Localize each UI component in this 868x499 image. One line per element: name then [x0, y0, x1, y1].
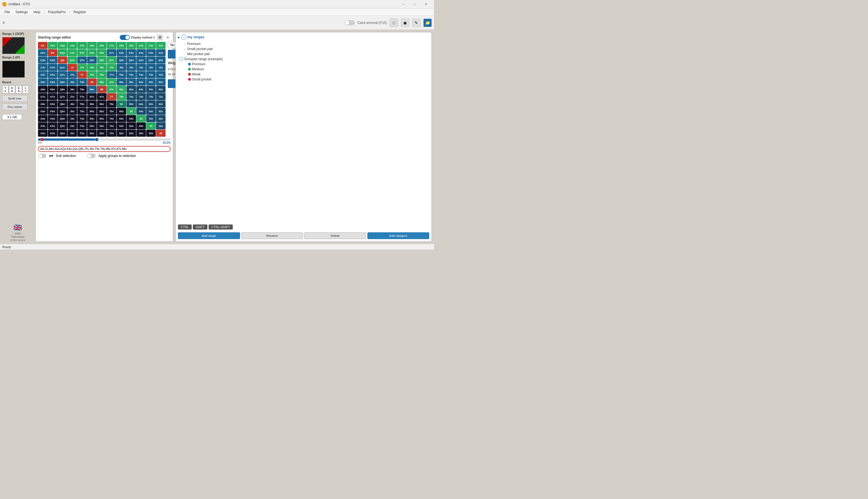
grid-cell[interactable]: 84s: [136, 86, 146, 93]
grid-cell[interactable]: Q8o: [58, 86, 67, 93]
close-button[interactable]: ✕: [420, 0, 432, 9]
grid-cell[interactable]: T6s: [117, 71, 126, 78]
ctrl-tag-shift[interactable]: SHIFT: [193, 224, 207, 230]
grid-cell[interactable]: Q9o: [58, 78, 67, 86]
grid-cell[interactable]: A2s: [156, 42, 166, 49]
grid-cell[interactable]: Q2o: [58, 130, 67, 137]
grid-cell[interactable]: 33: [146, 122, 156, 130]
grid-cell[interactable]: 95s: [126, 78, 136, 86]
grid-cell[interactable]: T7s: [107, 71, 116, 78]
grid-cell[interactable]: K4s: [136, 49, 146, 56]
grid-cell[interactable]: 76o: [107, 100, 116, 108]
tree-item-small-pocket[interactable]: ─ Small pocket pair: [178, 46, 429, 51]
grid-cell[interactable]: Q5s: [126, 57, 136, 63]
grid-cell[interactable]: A3s: [146, 42, 156, 49]
grid-cell[interactable]: 99: [87, 78, 97, 86]
grid-cell[interactable]: Q3s: [146, 57, 156, 63]
grid-cell[interactable]: K7o: [48, 93, 57, 100]
delete-button[interactable]: Delete: [304, 232, 366, 239]
grid-cell[interactable]: 54o: [126, 115, 136, 122]
grid-cell[interactable]: 94s: [136, 78, 146, 86]
grid-cell[interactable]: K9s: [87, 49, 97, 56]
menu-file[interactable]: File: [2, 10, 12, 15]
grid-cell[interactable]: K9o: [48, 78, 57, 86]
grid-cell[interactable]: ATs: [77, 42, 87, 49]
grid-cell[interactable]: T4s: [136, 71, 146, 78]
grid-cell[interactable]: J6s: [117, 64, 126, 71]
expand-arrow[interactable]: ▶: [178, 36, 180, 39]
grid-cell[interactable]: J2o: [67, 130, 77, 137]
grid-cell[interactable]: 98s: [97, 78, 106, 86]
grid-cell[interactable]: 97o: [87, 93, 97, 100]
grid-cell[interactable]: 72s: [156, 93, 166, 100]
grid-cell[interactable]: KK: [48, 49, 57, 56]
slider-track[interactable]: [38, 138, 171, 141]
add-range-button[interactable]: Add range: [178, 232, 240, 239]
grid-cell[interactable]: QTs: [77, 57, 87, 63]
grid-cell[interactable]: AA: [38, 42, 48, 49]
grid-cell[interactable]: JJ: [67, 64, 77, 71]
grid-cell[interactable]: J8s: [97, 64, 106, 71]
grid-cell[interactable]: Q6s: [117, 57, 126, 63]
grid-cell[interactable]: K3o: [48, 122, 57, 130]
grid-cell[interactable]: Q6o: [58, 100, 67, 108]
grid-cell[interactable]: 75s: [126, 93, 136, 100]
grid-cell[interactable]: J4o: [67, 115, 77, 122]
grid-cell[interactable]: T8s: [97, 71, 106, 78]
minimize-button[interactable]: ─: [398, 0, 409, 9]
grid-cell[interactable]: J7s: [107, 64, 116, 71]
grid-cell[interactable]: 96o: [87, 100, 97, 108]
grid-cell[interactable]: A6s: [117, 42, 126, 49]
display-method-toggle[interactable]: Display method 1: [120, 35, 155, 40]
grid-cell[interactable]: J3o: [67, 122, 77, 130]
grid-cell[interactable]: Q7o: [58, 93, 67, 100]
grid-cell[interactable]: Q4o: [58, 115, 67, 122]
grid-cell[interactable]: 85o: [97, 108, 106, 115]
grid-cell[interactable]: QJo: [58, 64, 67, 71]
grid-cell[interactable]: 97s: [107, 78, 116, 86]
grid-cell[interactable]: 65o: [117, 108, 126, 115]
grid-cell[interactable]: A8o: [38, 86, 48, 93]
grid-cell[interactable]: 82s: [156, 86, 166, 93]
grid-cell[interactable]: AKo: [38, 49, 48, 56]
tree-item-mid-pocket[interactable]: ─ Mid pocket pair: [178, 51, 429, 57]
grid-cell[interactable]: 44: [136, 115, 146, 122]
grid-cell[interactable]: 32o: [146, 130, 156, 137]
grid-cell[interactable]: J7o: [67, 93, 77, 100]
grid-cell[interactable]: 82o: [97, 130, 106, 137]
grid-cell[interactable]: 95o: [87, 108, 97, 115]
grid-cell[interactable]: 62o: [117, 130, 126, 137]
grid-cell[interactable]: 74o: [107, 115, 116, 122]
tree-item-premium[interactable]: ─ Premium: [178, 41, 429, 46]
grid-cell[interactable]: 83o: [97, 122, 106, 130]
add-category-button[interactable]: Add category: [367, 232, 429, 239]
grid-cell[interactable]: J5s: [126, 64, 136, 71]
grid-cell[interactable]: 96s: [117, 78, 126, 86]
grid-cell[interactable]: A2o: [38, 130, 48, 137]
grid-cell[interactable]: 64o: [117, 115, 126, 122]
card-removal-toggle[interactable]: [344, 20, 355, 25]
range1-preview[interactable]: [2, 37, 25, 54]
slider-thumb-red[interactable]: [40, 138, 44, 141]
grid-cell[interactable]: 84o: [97, 115, 106, 122]
suit-selection-toggle[interactable]: [38, 154, 46, 158]
grid-cell[interactable]: 86o: [97, 100, 106, 108]
grid-cell[interactable]: 66: [117, 100, 126, 108]
menu-register[interactable]: Register: [71, 10, 88, 15]
grid-cell[interactable]: 92o: [87, 130, 97, 137]
grid-cell[interactable]: J9o: [67, 78, 77, 86]
grid-cell[interactable]: K2o: [48, 130, 57, 137]
grid-cell[interactable]: 72o: [107, 130, 116, 137]
toolbar-icon-doc[interactable]: □: [390, 19, 398, 27]
grid-cell[interactable]: 52s: [156, 108, 166, 115]
grid-cell[interactable]: 87o: [97, 93, 106, 100]
grid-cell[interactable]: QTo: [58, 71, 67, 78]
ctrl-tag-ctrl[interactable]: CTRL: [178, 224, 192, 230]
grid-cell[interactable]: T7o: [77, 93, 87, 100]
hamburger-icon[interactable]: ≡: [2, 20, 5, 25]
grid-cell[interactable]: K8o: [48, 86, 57, 93]
grid-cell[interactable]: 32s: [156, 122, 166, 130]
grid-cell[interactable]: T4o: [77, 115, 87, 122]
grid-cell[interactable]: QQ: [58, 57, 67, 63]
board-card-T[interactable]: T♠: [2, 86, 9, 93]
